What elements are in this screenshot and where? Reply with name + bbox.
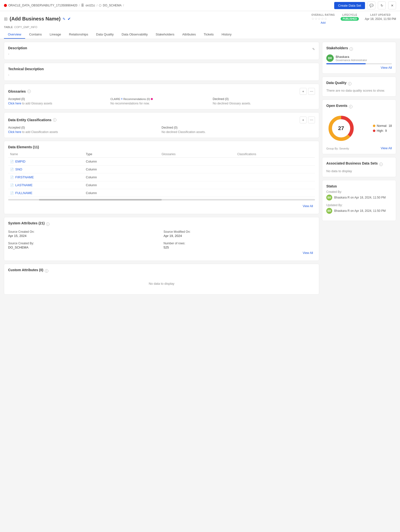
tab-stakeholders[interactable]: Stakeholders — [152, 31, 178, 39]
donut-wrap: 27 — [326, 114, 356, 143]
rating-stars[interactable]: ☆☆☆☆☆ — [311, 17, 335, 21]
status-card: Status Created By: BR Bhaskara R on Apr … — [322, 180, 396, 221]
add-rating-link[interactable]: Add — [311, 21, 335, 24]
open-events-card: Open Events i 27 — [322, 100, 396, 154]
last-updated: LAST UPDATED Apr 18, 2024, 11:50 PM — [365, 14, 396, 21]
donut-legend: Normal: 18 High: 9 — [373, 124, 392, 133]
description-edit-icon[interactable]: ✎ — [312, 47, 315, 51]
row-doc-icon: 📄 — [10, 176, 14, 179]
associated-datasets-card: Associated Business Data Sets i No data … — [322, 157, 396, 177]
created-by-value: Bhaskara R on Apr 18, 2024, 11:50 PM — [334, 196, 386, 199]
glossaries-more-button[interactable]: ⋯ — [308, 88, 315, 95]
tab-data-observability[interactable]: Data Observability — [118, 31, 152, 39]
status-title: Status — [326, 184, 392, 188]
declined-text: No declined Glossary assets. — [213, 102, 315, 105]
table-row: 📄FULLNAME Column — [8, 189, 315, 197]
table-row: 📄FIRSTNAME Column — [8, 173, 315, 181]
meta-right: OVERALL RATING ☆☆☆☆☆ Add LIFECYCLE PUBLI… — [311, 14, 396, 24]
system-attributes-card: System Attributes (21) i Source Created … — [4, 217, 319, 261]
element-link[interactable]: FULLNAME — [15, 191, 32, 195]
right-col: Stakeholders i BR Bhaskara Governance Ad… — [322, 42, 396, 295]
data-quality-info-icon: i — [348, 82, 351, 85]
element-link[interactable]: EMPID — [15, 160, 25, 163]
system-attributes-view-all[interactable]: View All — [8, 249, 315, 257]
technical-description-value: - — [8, 73, 315, 77]
tab-history[interactable]: History — [218, 31, 235, 39]
group-by-label: Group By: Severity — [326, 147, 349, 150]
declined-label: Declined (0) — [213, 97, 315, 101]
updated-by-section: Updated By: BR Bhaskara R on Apr 18, 202… — [326, 203, 392, 214]
row-doc-icon: 📄 — [10, 168, 14, 171]
class-declined-label: Declined (0) — [162, 126, 315, 129]
created-by-avatar: BR — [326, 195, 332, 200]
accepted-link[interactable]: Click here — [8, 102, 21, 105]
element-link[interactable]: SNO — [15, 167, 22, 171]
open-events-view-all[interactable]: View All — [381, 146, 392, 150]
technical-description-card: Technical Description - — [4, 63, 319, 81]
normal-dot-icon — [373, 125, 375, 127]
glossaries-info-icon: i — [27, 90, 31, 93]
classifications-more-button[interactable]: ⋯ — [308, 116, 315, 123]
data-elements-title: Data Elements (11) — [8, 145, 315, 149]
comment-button[interactable]: 💬 — [367, 1, 375, 9]
row-doc-icon: 📄 — [10, 160, 14, 163]
custom-attributes-card: Custom Attributes (0) i No data to displ… — [4, 264, 319, 295]
element-link[interactable]: FIRSTNAME — [15, 175, 34, 179]
high-dot-icon — [373, 130, 375, 132]
class-accepted-label: Accepted (0) — [8, 126, 162, 129]
main-layout: Description ✎ - Technical Description - … — [0, 39, 400, 298]
high-label: High: — [377, 129, 384, 133]
stakeholders-view-all[interactable]: View All — [381, 66, 392, 69]
tab-relationships[interactable]: Relationships — [65, 31, 92, 39]
edit-icon[interactable]: ✎ — [63, 17, 66, 21]
close-button[interactable]: ✕ — [388, 1, 396, 9]
col-header-glossaries: Glossaries — [162, 152, 237, 156]
table-header: Name Type Glossaries Classifications — [8, 151, 315, 158]
technical-description-title: Technical Description — [8, 67, 315, 71]
check-icon: ✔ — [68, 17, 71, 21]
tab-lineage[interactable]: Lineage — [46, 31, 65, 39]
refresh-button[interactable]: ↻ — [378, 1, 386, 9]
data-elements-view-all[interactable]: View All — [8, 202, 315, 210]
tab-data-quality[interactable]: Data Quality — [92, 31, 118, 39]
stakeholder-avatar: BR — [326, 54, 334, 62]
number-of-rows: Number of rows: 525 — [164, 242, 315, 249]
stakeholders-card: Stakeholders i BR Bhaskara Governance Ad… — [322, 42, 396, 74]
class-accepted-link[interactable]: Click here — [8, 130, 21, 134]
source-created-by: Source Created By: DO_SCHEMA — [8, 242, 160, 249]
create-dataset-button[interactable]: Create Data Set — [334, 2, 365, 9]
tab-overview[interactable]: Overview — [4, 31, 25, 39]
nav-tabs: Overview Contains Lineage Relationships … — [4, 31, 396, 39]
classifications-info-icon: i — [53, 118, 56, 122]
col-header-classifications: Classifications — [237, 152, 313, 156]
element-link[interactable]: LASTNAME — [15, 183, 33, 187]
horizontal-scrollbar[interactable] — [8, 199, 315, 200]
row-doc-icon: 📄 — [10, 183, 14, 187]
glossaries-add-button[interactable]: + — [300, 88, 307, 95]
claire-dot-icon — [151, 98, 153, 100]
updated-by-value: Bhaskara R on Apr 18, 2024, 11:50 PM — [334, 209, 386, 213]
description-value: - — [8, 52, 315, 56]
breadcrumb-schema[interactable]: DO_SCHEMA — [103, 4, 122, 7]
table-row: 📄EMPID Column — [8, 158, 315, 166]
custom-attributes-empty: No data to display — [8, 277, 315, 290]
glossaries-card: Glossaries i + ⋯ Accepted (0) Click here… — [4, 84, 319, 109]
description-card: Description ✎ - — [4, 42, 319, 60]
associated-datasets-title: Associated Business Data Sets — [326, 161, 378, 165]
lifecycle-badge: PUBLISHED — [341, 17, 359, 21]
tab-attributes[interactable]: Attributes — [178, 31, 200, 39]
oracle-dot-icon — [4, 4, 7, 7]
created-by-section: Created By: BR Bhaskara R on Apr 18, 202… — [326, 190, 392, 200]
tab-contains[interactable]: Contains — [25, 31, 46, 39]
element-type: Column — [86, 167, 161, 171]
custom-attributes-info-icon: i — [45, 269, 48, 273]
breadcrumb-db[interactable]: orcl21c — [86, 4, 95, 7]
tab-tickets[interactable]: Tickets — [200, 31, 218, 39]
classifications-card: Data Entity Classifications i + ⋯ Accept… — [4, 112, 319, 138]
accepted-text: to add Glossary assets — [22, 102, 52, 105]
table-row: 📄LASTNAME Column — [8, 181, 315, 189]
topbar-actions: Create Data Set 💬 ↻ ✕ — [334, 1, 396, 9]
classifications-add-button[interactable]: + — [300, 116, 307, 123]
grid-icon: ⊞ — [4, 16, 8, 22]
breadcrumb-oracle-id: ORACLE_DATA_OBSERVABILITY_1713508904420 — [8, 4, 77, 7]
